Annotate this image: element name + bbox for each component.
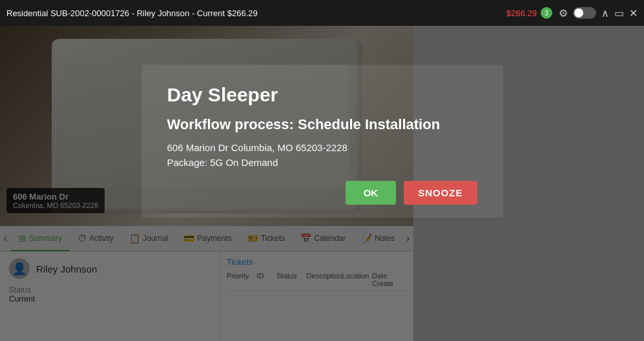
title-text: Residential SUB-2002-00001726 - Riley Jo… — [6, 8, 506, 18]
title-bar: Residential SUB-2002-00001726 - Riley Jo… — [0, 0, 644, 26]
close-icon[interactable]: ✕ — [629, 7, 638, 19]
ok-button[interactable]: OK — [346, 181, 397, 205]
notification-package: Package: 5G On Demand — [167, 157, 477, 168]
settings-icon[interactable]: ⚙ — [559, 7, 568, 19]
notification-actions: OK SNOOZE — [167, 181, 477, 205]
snooze-button[interactable]: SNOOZE — [404, 181, 477, 205]
notification-badge: 3 — [541, 7, 552, 19]
up-icon[interactable]: ∧ — [601, 7, 609, 19]
notification-day-sleeper: Day Sleeper — [167, 84, 477, 106]
notification-overlay: Day Sleeper Workflow process: Schedule I… — [0, 26, 644, 341]
window-icon[interactable]: ▭ — [614, 7, 624, 19]
notification-box: Day Sleeper Workflow process: Schedule I… — [141, 65, 503, 218]
notification-address: 606 Marion Dr Columbia, MO 65203-2228 — [167, 142, 477, 153]
notification-workflow: Workflow process: Schedule Installation — [167, 116, 477, 133]
title-price: $266.29 — [506, 8, 537, 18]
toggle-switch[interactable] — [573, 7, 596, 19]
window-controls: ⚙ ∧ ▭ ✕ — [559, 7, 638, 19]
